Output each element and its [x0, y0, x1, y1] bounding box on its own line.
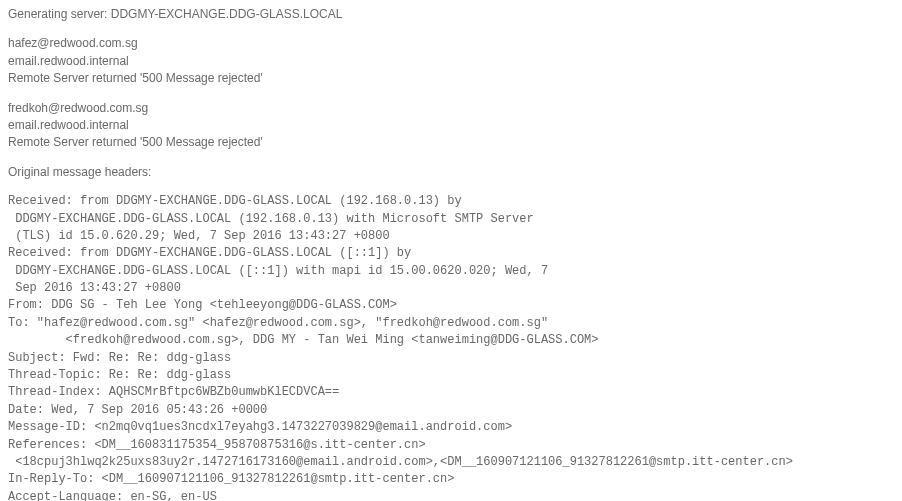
generating-server-value: DDGMY-EXCHANGE.DDG-GLASS.LOCAL: [111, 7, 343, 21]
header-thread-topic: Thread-Topic: Re: Re: ddg-glass: [8, 368, 231, 382]
header-accept-language: Accept-Language: en-SG, en-US: [8, 490, 217, 501]
recipient-block: fredkoh@redwood.com.sg email.redwood.int…: [8, 100, 894, 152]
original-headers-label: Original message headers:: [8, 164, 894, 181]
recipient-error: Remote Server returned '500 Message reje…: [8, 134, 894, 151]
header-thread-index: Thread-Index: AQHSCMrBftpc6WBZb0umwbKlEC…: [8, 385, 339, 399]
header-received: Received: from DDGMY-EXCHANGE.DDG-GLASS.…: [8, 194, 462, 208]
header-references: References: <DM__160831175354_9587087531…: [8, 438, 426, 452]
header-received: Sep 2016 13:43:27 +0800: [8, 281, 181, 295]
recipient-host: email.redwood.internal: [8, 53, 894, 70]
recipient-error: Remote Server returned '500 Message reje…: [8, 70, 894, 87]
header-date: Date: Wed, 7 Sep 2016 05:43:26 +0000: [8, 403, 267, 417]
header-in-reply-to: In-Reply-To: <DM__160907121106_913278122…: [8, 472, 454, 486]
recipient-address: hafez@redwood.com.sg: [8, 35, 894, 52]
generating-server-line: Generating server: DDGMY-EXCHANGE.DDG-GL…: [8, 6, 894, 23]
header-message-id: Message-ID: <n2mq0vq1ues3ncdxl7eyahg3.14…: [8, 420, 512, 434]
header-received: (TLS) id 15.0.620.29; Wed, 7 Sep 2016 13…: [8, 229, 390, 243]
header-to: <fredkoh@redwood.com.sg>, DDG MY - Tan W…: [8, 333, 599, 347]
header-received: DDGMY-EXCHANGE.DDG-GLASS.LOCAL ([::1]) w…: [8, 264, 548, 278]
header-to: To: "hafez@redwood.com.sg" <hafez@redwoo…: [8, 316, 548, 330]
header-from: From: DDG SG - Teh Lee Yong <tehleeyong@…: [8, 298, 397, 312]
original-headers-block: Received: from DDGMY-EXCHANGE.DDG-GLASS.…: [8, 193, 894, 501]
recipient-block: hafez@redwood.com.sg email.redwood.inter…: [8, 35, 894, 87]
recipient-address: fredkoh@redwood.com.sg: [8, 100, 894, 117]
header-received: DDGMY-EXCHANGE.DDG-GLASS.LOCAL (192.168.…: [8, 212, 534, 226]
header-received: Received: from DDGMY-EXCHANGE.DDG-GLASS.…: [8, 246, 411, 260]
header-subject: Subject: Fwd: Re: Re: ddg-glass: [8, 351, 231, 365]
header-references: <18cpuj3hlwq2k25uxs83uy2r.1472716173160@…: [8, 455, 793, 469]
recipient-host: email.redwood.internal: [8, 117, 894, 134]
generating-server-label: Generating server:: [8, 7, 107, 21]
ndr-body: Generating server: DDGMY-EXCHANGE.DDG-GL…: [0, 0, 902, 501]
